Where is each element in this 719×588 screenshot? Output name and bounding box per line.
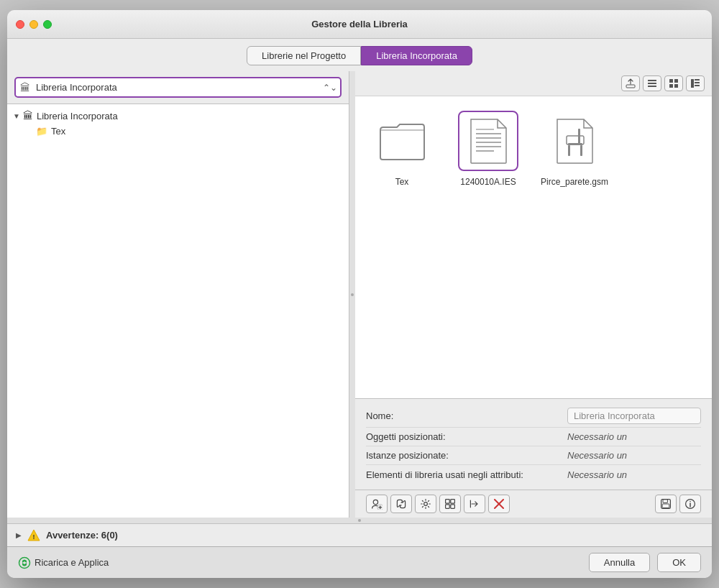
tree-child-tex[interactable]: 📁 Tex (7, 124, 349, 139)
svg-rect-2 (648, 83, 656, 84)
library-dropdown-icon: 🏛 (20, 82, 30, 93)
svg-rect-36 (662, 504, 669, 508)
tab-libreria-incorporata[interactable]: Libreria Incorporata (361, 46, 472, 65)
cancel-button[interactable]: Annulla (589, 553, 650, 572)
main-content: 🏛 Libreria Incorporata ⌃⌄ ▼ 🏛 Libreria I… (7, 71, 712, 518)
dropdown-area: 🏛 Libreria Incorporata ⌃⌄ (7, 71, 349, 104)
svg-rect-5 (674, 79, 678, 83)
svg-rect-9 (695, 79, 700, 81)
settings-button[interactable] (415, 495, 436, 513)
detail-istanze-row: Istanze posizionate: Necessario un (366, 446, 701, 465)
vertical-resize-handle[interactable] (349, 71, 355, 518)
info-button[interactable] (679, 495, 701, 513)
link-button[interactable] (390, 495, 412, 513)
export-button[interactable] (464, 495, 485, 513)
bottom-toolbar-right (655, 495, 701, 513)
svg-rect-28 (446, 500, 450, 504)
svg-rect-4 (669, 79, 673, 83)
library-dropdown[interactable]: Libreria Incorporata (14, 77, 342, 98)
svg-rect-6 (669, 84, 673, 88)
ies-file-label: 1240010A.IES (460, 177, 516, 187)
detail-oggetti-row: Oggetti posizionati: Necessario un (366, 428, 701, 446)
svg-rect-8 (691, 79, 694, 88)
refresh-button[interactable]: Ricarica e Applica (18, 556, 109, 569)
refresh-label: Ricarica e Applica (35, 557, 109, 568)
warning-expand-arrow[interactable]: ▶ (16, 531, 22, 539)
tree-child-label: Tex (51, 126, 65, 137)
horizontal-resize-handle[interactable] (7, 518, 712, 523)
tree-area: ▼ 🏛 Libreria Incorporata 📁 Tex (7, 104, 349, 518)
main-window: Gestore della Libreria Librerie nel Prog… (7, 10, 712, 578)
warning-icon: ! (27, 529, 40, 542)
warning-text: Avvertenze: 6(0) (46, 530, 118, 541)
footer: Ricarica e Applica Annulla OK (7, 546, 712, 578)
svg-rect-0 (626, 85, 635, 88)
grid-view-button[interactable] (664, 75, 683, 91)
resize-dot (351, 293, 354, 296)
svg-rect-30 (446, 505, 450, 509)
tex-folder-graphic-wrapper (372, 111, 432, 171)
svg-rect-11 (695, 85, 700, 86)
tree-root-item[interactable]: ▼ 🏛 Libreria Incorporata (7, 108, 349, 124)
dropdown-wrapper: 🏛 Libreria Incorporata ⌃⌄ (14, 77, 342, 98)
elementi-value: Necessario un (567, 469, 627, 480)
detail-view-button[interactable] (686, 75, 705, 91)
minimize-button[interactable] (29, 20, 38, 29)
svg-point-41 (19, 557, 30, 568)
svg-point-23 (373, 500, 377, 504)
traffic-lights (16, 20, 52, 29)
svg-rect-31 (451, 505, 455, 509)
maximize-button[interactable] (43, 20, 52, 29)
folder-icon: 📁 (36, 126, 47, 137)
delete-button[interactable] (488, 495, 510, 513)
expand-arrow-icon: ▼ (13, 112, 20, 120)
warning-bar: ▶ ! Avvertenze: 6(0) (7, 523, 712, 546)
refresh-icon (18, 556, 31, 569)
bottom-toolbar-left (366, 495, 510, 513)
bottom-toolbar (355, 490, 712, 518)
add-user-button[interactable] (366, 495, 388, 513)
svg-rect-3 (648, 86, 656, 87)
item-tex-folder[interactable]: Tex (366, 111, 438, 187)
istanze-label: Istanze posizionate: (366, 450, 567, 461)
svg-rect-19 (568, 145, 570, 156)
oggetti-label: Oggetti posizionati: (366, 431, 567, 442)
save-button[interactable] (655, 495, 677, 513)
svg-rect-29 (451, 500, 455, 504)
svg-point-27 (424, 502, 428, 506)
grid-button[interactable] (439, 495, 461, 513)
library-icon: 🏛 (23, 110, 33, 121)
detail-nome-row: Nome: (366, 405, 701, 428)
close-button[interactable] (16, 20, 24, 29)
istanze-value: Necessario un (567, 450, 627, 461)
icons-area: Tex (355, 96, 712, 398)
oggetti-value: Necessario un (567, 431, 627, 442)
upload-button[interactable] (621, 75, 640, 91)
nome-label: Nome: (366, 410, 567, 421)
window-title: Gestore della Libreria (311, 19, 408, 29)
titlebar: Gestore della Libreria (7, 10, 712, 39)
item-ies-file[interactable]: 1240010A.IES (452, 111, 524, 187)
svg-text:!: ! (33, 533, 35, 541)
left-panel: 🏛 Libreria Incorporata ⌃⌄ ▼ 🏛 Libreria I… (7, 71, 349, 518)
nome-input[interactable] (567, 408, 701, 424)
svg-rect-7 (674, 84, 678, 88)
right-toolbar (355, 71, 712, 96)
right-panel: Tex (355, 71, 712, 518)
svg-point-39 (690, 501, 691, 502)
tex-folder-label: Tex (395, 177, 409, 187)
gsm-file-graphic (549, 116, 600, 166)
footer-right: Annulla OK (589, 553, 701, 572)
svg-rect-35 (663, 500, 667, 503)
svg-rect-20 (580, 145, 582, 156)
ies-file-graphic-wrapper (458, 111, 518, 171)
tab-librerie-progetto[interactable]: Librerie nel Progetto (247, 46, 361, 65)
svg-rect-22 (578, 129, 580, 144)
tabbar: Librerie nel Progetto Libreria Incorpora… (7, 39, 712, 71)
detail-elementi-row: Elementi di libreria usati negli attribu… (366, 465, 701, 484)
tex-folder-graphic (377, 116, 427, 166)
item-gsm-file[interactable]: Pirce_parete.gsm (539, 111, 610, 187)
list-view-button[interactable] (643, 75, 661, 91)
ok-button[interactable]: OK (657, 553, 701, 572)
svg-rect-10 (695, 82, 700, 83)
